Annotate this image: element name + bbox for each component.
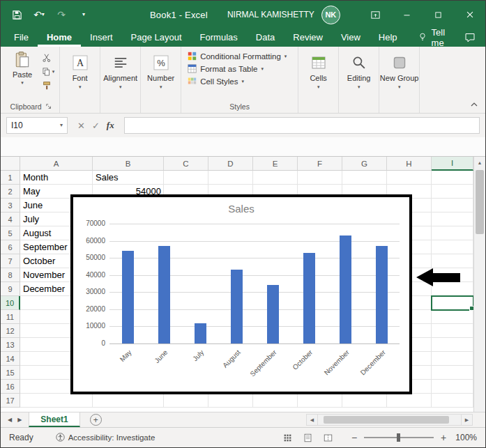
row-header-12[interactable]: 12: [1, 324, 20, 338]
copy-dropdown-icon[interactable]: ▾: [52, 69, 55, 75]
vertical-scroll-thumb[interactable]: [476, 170, 484, 234]
cells-dropdown-icon[interactable]: ▾: [317, 84, 320, 90]
copy-icon[interactable]: ▾: [42, 66, 54, 77]
bar-August[interactable]: [231, 270, 243, 343]
cell-H1[interactable]: [387, 171, 432, 185]
page-break-preview-icon[interactable]: [323, 433, 333, 442]
tab-formulas[interactable]: Formulas: [191, 29, 247, 47]
zoom-slider[interactable]: [364, 437, 434, 438]
cell-C1[interactable]: [164, 171, 208, 185]
cell-B1[interactable]: Sales: [93, 171, 164, 185]
format-painter-icon[interactable]: [42, 80, 54, 91]
tab-data[interactable]: Data: [247, 29, 284, 47]
avatar[interactable]: NK: [321, 6, 340, 24]
chart[interactable]: Sales 0100002000030000400005000060000700…: [70, 194, 412, 394]
row-header-4[interactable]: 4: [1, 213, 20, 226]
scroll-up-icon[interactable]: ▲: [474, 157, 485, 169]
zoom-in-icon[interactable]: +: [439, 432, 448, 443]
tab-view[interactable]: View: [332, 29, 370, 47]
row-header-3[interactable]: 3: [1, 199, 20, 213]
horizontal-scrollbar[interactable]: ◀ ▶: [306, 412, 485, 427]
bar-June[interactable]: [158, 246, 170, 343]
undo-icon[interactable]: ↶▾: [33, 8, 45, 21]
row-header-15[interactable]: 15: [1, 366, 20, 380]
close-button[interactable]: [454, 1, 485, 29]
insert-function-button[interactable]: fx: [107, 120, 114, 131]
tab-review[interactable]: Review: [284, 29, 332, 47]
row-header-6[interactable]: 6: [1, 240, 20, 254]
vertical-scrollbar[interactable]: ▲: [473, 157, 485, 412]
number-dropdown-icon[interactable]: ▾: [160, 84, 162, 90]
collapse-ribbon-icon[interactable]: [469, 100, 480, 109]
new-group[interactable]: New Group ▾: [379, 47, 420, 113]
row-header-17[interactable]: 17: [1, 394, 20, 408]
tab-help[interactable]: Help: [370, 29, 407, 47]
column-header-C[interactable]: C: [164, 157, 208, 171]
scroll-left-icon[interactable]: ◀: [306, 414, 318, 426]
alignment-dropdown-icon[interactable]: ▾: [119, 84, 122, 90]
zoom-level[interactable]: 100%: [453, 433, 477, 442]
save-icon[interactable]: [10, 8, 23, 21]
cell-I13[interactable]: [432, 338, 473, 352]
tab-home[interactable]: Home: [38, 29, 81, 47]
prev-sheet-icon[interactable]: ◀: [8, 417, 12, 423]
format-as-table-button[interactable]: Format as Table ▾: [186, 63, 288, 75]
cell-E17[interactable]: [253, 394, 298, 408]
row-header-1[interactable]: 1: [1, 171, 20, 185]
redo-icon[interactable]: ↷: [55, 8, 68, 21]
sheet-tab-sheet1[interactable]: Sheet1: [29, 412, 79, 427]
cell-H17[interactable]: [387, 394, 432, 408]
conditional-formatting-button[interactable]: Conditional Formatting ▾: [186, 50, 288, 63]
row-header-16[interactable]: 16: [1, 380, 20, 394]
row-header-8[interactable]: 8: [1, 268, 20, 282]
formula-input[interactable]: [124, 117, 480, 134]
cell-I3[interactable]: [432, 199, 473, 213]
name-box[interactable]: I10 ▾: [6, 117, 68, 134]
customize-qat-icon[interactable]: ▾: [77, 8, 90, 21]
column-header-H[interactable]: H: [387, 157, 432, 171]
row-header-11[interactable]: 11: [1, 310, 20, 324]
enter-icon[interactable]: ✓: [92, 121, 100, 131]
cell-F17[interactable]: [298, 394, 342, 408]
bar-July[interactable]: [195, 323, 206, 343]
tell-me-search[interactable]: Tell me: [411, 29, 464, 47]
next-sheet-icon[interactable]: ▶: [17, 417, 22, 423]
tab-page-layout[interactable]: Page Layout: [122, 29, 191, 47]
cell-I11[interactable]: [432, 310, 473, 324]
undo-dropdown-icon[interactable]: ▾: [42, 12, 45, 17]
cells-group[interactable]: Cells ▾: [298, 47, 339, 113]
accessibility-status[interactable]: Accessibility: Investigate: [56, 433, 155, 443]
add-sheet-icon[interactable]: +: [90, 414, 102, 426]
cell-E1[interactable]: [253, 171, 298, 185]
cancel-icon[interactable]: ✕: [77, 121, 85, 131]
bar-December[interactable]: [376, 246, 388, 343]
cell-I7[interactable]: [432, 254, 473, 268]
select-all-corner[interactable]: [1, 157, 20, 171]
cell-I6[interactable]: [432, 240, 473, 254]
cell-G1[interactable]: [342, 171, 387, 185]
paste-dropdown-icon[interactable]: ▾: [21, 80, 24, 86]
bar-November[interactable]: [340, 235, 351, 343]
column-header-I[interactable]: I: [432, 157, 473, 171]
cell-styles-dropdown-icon[interactable]: ▾: [241, 79, 244, 84]
row-header-2[interactable]: 2: [1, 185, 20, 199]
font-dropdown-icon[interactable]: ▾: [79, 84, 82, 90]
bar-May[interactable]: [122, 251, 134, 343]
tab-file[interactable]: File: [5, 29, 38, 47]
cell-I16[interactable]: [432, 380, 473, 394]
cell-styles-button[interactable]: Cell Styles ▾: [186, 75, 288, 88]
cut-icon[interactable]: [42, 52, 54, 63]
paste-button[interactable]: Paste ▾: [8, 50, 36, 91]
horizontal-scroll-track[interactable]: [318, 414, 461, 426]
cell-A17[interactable]: [20, 394, 93, 408]
ribbon-display-options-icon[interactable]: [360, 1, 391, 29]
row-header-5[interactable]: 5: [1, 226, 20, 240]
column-header-E[interactable]: E: [253, 157, 298, 171]
comment-icon[interactable]: [464, 29, 485, 47]
format-as-table-dropdown-icon[interactable]: ▾: [261, 66, 264, 72]
cell-I2[interactable]: [432, 185, 473, 199]
scroll-right-icon[interactable]: ▶: [461, 414, 473, 426]
page-layout-view-icon[interactable]: [303, 433, 313, 442]
column-header-G[interactable]: G: [342, 157, 387, 171]
name-box-dropdown-icon[interactable]: ▾: [60, 123, 63, 128]
